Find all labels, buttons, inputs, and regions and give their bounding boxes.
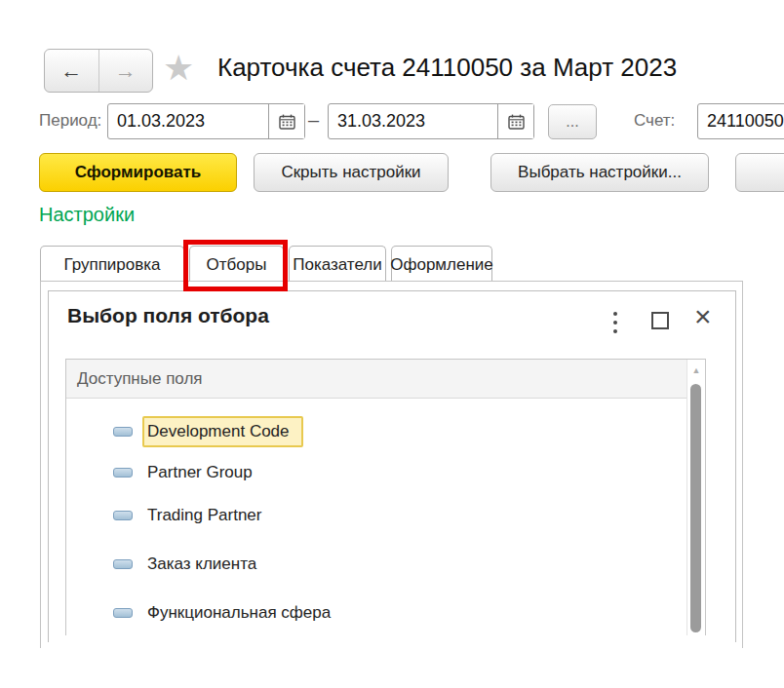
scrollbar-thumb[interactable] xyxy=(690,384,701,632)
back-button[interactable]: ← xyxy=(45,50,99,92)
account-card-window: ← → ★ Карточка счета 24110050 за Март 20… xyxy=(0,0,784,688)
list-item-label: Trading Partner xyxy=(142,500,266,531)
list-item[interactable]: Partner Group xyxy=(66,455,687,490)
list-item[interactable]: Функциональная сфера xyxy=(66,595,687,631)
list-item-label: Функциональная сфера xyxy=(142,597,335,629)
back-arrow-icon: ← xyxy=(60,60,82,82)
list-item-label: Заказ клиента xyxy=(142,549,261,580)
scroll-up-icon[interactable]: ▲ xyxy=(687,365,705,375)
clipped-right-button[interactable] xyxy=(735,153,784,192)
date-to-calendar-button[interactable] xyxy=(497,104,533,138)
field-dash-icon xyxy=(113,559,133,569)
list-item[interactable]: Development Code xyxy=(66,414,687,449)
dialog-maximize-icon[interactable] xyxy=(651,312,669,329)
list-scrollbar[interactable]: ▲ xyxy=(686,360,705,635)
list-item-label: Development Code xyxy=(142,416,303,447)
page-title: Карточка счета 24110050 за Март 2023 xyxy=(217,53,677,83)
calendar-icon xyxy=(508,114,525,130)
dialog-more-icon[interactable] xyxy=(608,311,623,334)
field-dash-icon xyxy=(113,468,133,478)
period-range-dash: – xyxy=(308,109,319,132)
choose-settings-button[interactable]: Выбрать настройки... xyxy=(490,153,709,192)
date-from-calendar-button[interactable] xyxy=(268,104,304,138)
tab-label: Группировка xyxy=(63,255,160,275)
tab-label: Отборы xyxy=(207,255,267,275)
tab-1[interactable]: Группировка xyxy=(40,246,184,283)
list-item[interactable]: Trading Partner xyxy=(66,498,687,533)
tab-4[interactable]: Оформление xyxy=(391,246,492,283)
forward-arrow-icon: → xyxy=(115,60,137,82)
favorite-star-icon[interactable]: ★ xyxy=(163,48,194,89)
field-dash-icon xyxy=(113,608,133,618)
dialog-title: Выбор поля отбора xyxy=(67,304,269,327)
period-label: Период: xyxy=(39,111,101,131)
tab-label: Показатели xyxy=(293,255,382,275)
forward-button[interactable]: → xyxy=(99,50,153,92)
account-value[interactable]: 24110050 xyxy=(698,111,784,132)
field-dash-icon xyxy=(113,427,133,437)
generate-button[interactable]: Сформировать xyxy=(39,153,237,192)
settings-section-label: Настройки xyxy=(39,204,135,226)
list-item[interactable]: Заказ клиента xyxy=(66,547,687,582)
list-item-label: Partner Group xyxy=(142,457,257,488)
dialog-close-icon[interactable]: × xyxy=(694,302,712,331)
history-nav-group: ← → xyxy=(44,49,153,93)
tab-2[interactable]: Отборы xyxy=(189,246,284,283)
calendar-icon xyxy=(279,114,295,130)
tab-3[interactable]: Показатели xyxy=(289,246,386,283)
account-label: Счет: xyxy=(634,111,675,131)
tab-label: Оформление xyxy=(390,255,493,275)
settings-tabs: ГруппировкаОтборыПоказателиОформление xyxy=(40,246,497,283)
date-from-value[interactable]: 01.03.2023 xyxy=(108,111,268,132)
date-to-value[interactable]: 31.03.2023 xyxy=(329,111,497,132)
available-fields-list: Доступные поля ▲ Development CodePartner… xyxy=(65,359,706,635)
list-header: Доступные поля xyxy=(66,360,687,399)
period-options-button[interactable]: ... xyxy=(548,104,597,139)
date-to-field[interactable]: 31.03.2023 xyxy=(328,103,534,139)
date-from-field[interactable]: 01.03.2023 xyxy=(107,103,305,139)
field-dash-icon xyxy=(113,511,133,520)
account-field[interactable]: 24110050 xyxy=(697,103,784,139)
hide-settings-button[interactable]: Скрыть настройки xyxy=(254,153,449,192)
